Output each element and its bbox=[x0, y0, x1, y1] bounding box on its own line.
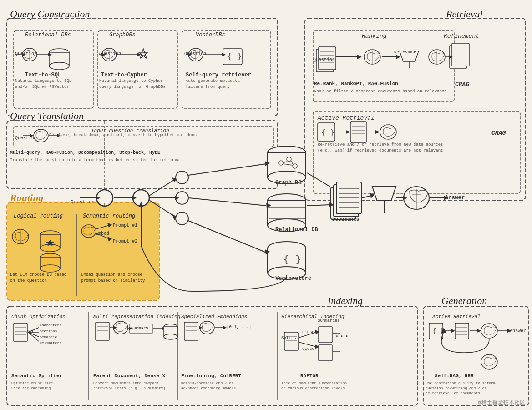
svg-marker-142 bbox=[46, 240, 54, 246]
query-construction-title: Query Construction bbox=[10, 8, 90, 20]
svg-rect-0 bbox=[0, 0, 532, 410]
self-query-desc: Auto-generate metadatafilters from query bbox=[186, 78, 240, 90]
relationaldb-label: Relational DB bbox=[275, 227, 318, 233]
characters-label: Characters bbox=[40, 323, 61, 327]
svg-marker-65 bbox=[265, 161, 270, 166]
graphdbs-title: GraphDBs bbox=[109, 32, 136, 38]
embed-label: Embed bbox=[96, 231, 109, 236]
svg-marker-178 bbox=[199, 326, 203, 329]
svg-rect-144 bbox=[40, 257, 60, 268]
vectordbs-title: VectorDBs bbox=[196, 32, 225, 38]
svg-marker-78 bbox=[139, 202, 143, 207]
semantic-splitter-desc: Optimize chunk sizeused for embedding bbox=[11, 380, 53, 390]
answer-label: Answer bbox=[445, 195, 465, 201]
svg-line-147 bbox=[96, 225, 109, 229]
svg-marker-71 bbox=[329, 202, 334, 207]
svg-line-70 bbox=[307, 205, 329, 206]
rank-filter-desc: Rank or filter / compress documents base… bbox=[314, 89, 447, 94]
retrieval-title: Retrieval bbox=[446, 8, 483, 20]
text-to-cypher-label: Text-to-Cypher bbox=[101, 72, 147, 78]
svg-rect-4 bbox=[182, 31, 271, 108]
svg-line-81 bbox=[307, 173, 330, 187]
svg-point-115 bbox=[49, 49, 69, 56]
svg-marker-111 bbox=[375, 130, 380, 134]
svg-rect-193 bbox=[429, 323, 443, 339]
svg-rect-38 bbox=[268, 248, 306, 273]
svg-marker-124 bbox=[139, 49, 147, 58]
svg-marker-105 bbox=[346, 130, 350, 134]
gen-active-retrieval-title: Active Retrieval bbox=[432, 314, 481, 319]
svg-marker-49 bbox=[372, 187, 396, 200]
text-to-sql-desc: Natural language to SQLand/or SQL w/ PGV… bbox=[15, 78, 71, 90]
svg-point-176 bbox=[200, 321, 214, 334]
svg-point-51 bbox=[404, 187, 429, 209]
svg-point-20 bbox=[176, 192, 188, 204]
parent-doc-label: Parent Document, Dense X bbox=[93, 373, 165, 379]
semantic-routing-title: Semantic routing bbox=[83, 213, 135, 219]
splits-label: Splits bbox=[281, 336, 296, 340]
svg-point-26 bbox=[287, 157, 291, 162]
svg-point-162 bbox=[113, 321, 128, 334]
svg-marker-101 bbox=[449, 55, 453, 59]
svg-text:{ }: { } bbox=[321, 128, 334, 137]
svg-marker-67 bbox=[266, 203, 271, 208]
semantic-routing-desc: Embed question and chooseprompt based on… bbox=[81, 272, 145, 283]
svg-rect-32 bbox=[268, 200, 306, 225]
self-rag-desc: Use generation quality to informquestion… bbox=[426, 380, 496, 396]
svg-point-203 bbox=[481, 324, 497, 338]
svg-point-17 bbox=[96, 190, 113, 206]
question-label: Question bbox=[71, 199, 95, 205]
svg-rect-41 bbox=[331, 187, 356, 219]
svg-point-22 bbox=[268, 146, 306, 159]
svg-marker-202 bbox=[477, 329, 481, 333]
svg-marker-83 bbox=[357, 55, 362, 59]
parent-doc-desc: Convert documents into compactretrieval … bbox=[93, 380, 165, 390]
svg-point-170 bbox=[164, 324, 177, 329]
svg-line-29 bbox=[291, 161, 293, 164]
svg-marker-164 bbox=[113, 326, 117, 329]
svg-marker-126 bbox=[137, 53, 141, 56]
relevance-label: Relevance bbox=[394, 50, 416, 55]
active-retrieval-title: Active Retrieval bbox=[318, 115, 375, 121]
svg-point-92 bbox=[364, 50, 380, 64]
svg-marker-61 bbox=[175, 196, 179, 200]
prompt2-label: Prompt #2 bbox=[113, 239, 137, 244]
embedding-output-label: [0.1, ...] bbox=[227, 325, 251, 329]
documents-label: Documents bbox=[332, 217, 359, 222]
svg-point-112 bbox=[380, 125, 396, 139]
specialized-emb-title: Specialized Embeddings bbox=[181, 314, 247, 319]
svg-point-139 bbox=[40, 231, 60, 238]
svg-marker-169 bbox=[162, 327, 165, 330]
qt-flow-text: Re-phase, break-down, abstract, convert … bbox=[49, 133, 197, 137]
svg-text:{ }: { } bbox=[283, 253, 301, 265]
svg-rect-197 bbox=[455, 323, 469, 339]
svg-point-37 bbox=[268, 242, 306, 254]
svg-rect-173 bbox=[184, 322, 198, 340]
raptor-desc: Tree of document summarizationat various… bbox=[281, 380, 347, 390]
svg-point-145 bbox=[40, 265, 60, 272]
svg-line-30 bbox=[283, 164, 293, 165]
svg-point-143 bbox=[40, 253, 60, 261]
watermark: @稀土掘金技术社区 bbox=[478, 399, 525, 406]
svg-point-25 bbox=[279, 161, 283, 165]
vectorstore-label: Vectorstore bbox=[275, 275, 311, 282]
summaries-label: Summaries bbox=[318, 319, 340, 323]
svg-line-58 bbox=[149, 180, 174, 196]
svg-rect-96 bbox=[450, 46, 467, 68]
svg-rect-131 bbox=[223, 49, 242, 65]
sections-label: Sections bbox=[40, 329, 57, 333]
svg-rect-43 bbox=[336, 182, 361, 214]
multi-rep-title: Multi-representation indexing bbox=[93, 314, 180, 319]
active-retrieval-desc: Re-retrieve and / or retrieve from new d… bbox=[318, 142, 443, 153]
graphdb-label: Graph DB bbox=[275, 180, 302, 186]
refinement-title: Refinement bbox=[444, 33, 479, 40]
svg-marker-73 bbox=[370, 193, 375, 198]
vector-question-label: Question bbox=[184, 51, 206, 56]
svg-rect-42 bbox=[334, 185, 359, 217]
svg-rect-185 bbox=[319, 345, 332, 361]
svg-rect-102 bbox=[318, 123, 335, 141]
svg-line-62 bbox=[149, 200, 174, 216]
crag-ranking-label: CRAG bbox=[455, 81, 469, 88]
svg-line-68 bbox=[188, 221, 266, 253]
cluser2-label: cluser bbox=[302, 347, 317, 351]
